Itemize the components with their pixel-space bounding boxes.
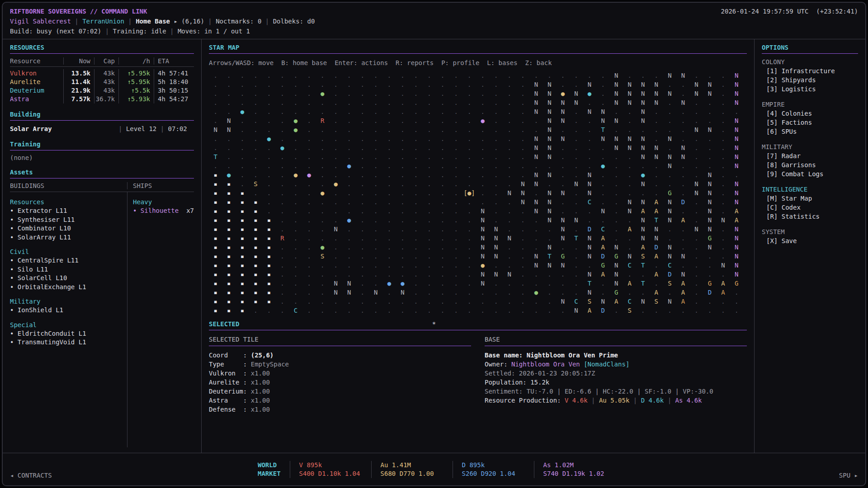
map-cell[interactable]: . xyxy=(529,225,543,234)
map-cell[interactable]: N xyxy=(609,143,623,152)
map-cell[interactable]: A xyxy=(730,206,743,216)
map-cell[interactable]: . xyxy=(316,225,329,234)
map-cell[interactable]: . xyxy=(556,270,570,279)
map-cell[interactable]: . xyxy=(356,288,369,297)
map-cell[interactable]: . xyxy=(449,234,463,243)
map-cell[interactable]: . xyxy=(409,197,423,206)
map-cell[interactable]: . xyxy=(623,107,637,116)
map-cell[interactable]: ▪ xyxy=(262,234,276,243)
map-cell[interactable]: N xyxy=(543,243,557,252)
map-cell[interactable]: . xyxy=(690,279,703,288)
map-cell[interactable]: . xyxy=(462,261,476,270)
map-cell[interactable]: G xyxy=(703,234,717,243)
map-cell[interactable]: A xyxy=(623,225,637,234)
map-cell[interactable]: . xyxy=(302,71,316,80)
map-cell[interactable]: N xyxy=(529,89,543,98)
map-cell[interactable]: . xyxy=(476,143,490,152)
map-cell[interactable]: . xyxy=(583,71,596,80)
map-cell[interactable]: . xyxy=(262,116,276,125)
map-cell[interactable]: . xyxy=(423,234,436,243)
map-cell[interactable]: A xyxy=(676,279,690,288)
map-cell[interactable]: . xyxy=(423,288,436,297)
map-cell[interactable]: . xyxy=(462,152,476,161)
map-cell[interactable]: . xyxy=(556,179,570,188)
map-cell[interactable]: ● xyxy=(262,134,276,143)
map-cell[interactable]: . xyxy=(436,243,449,252)
map-cell[interactable]: ▪ xyxy=(249,243,263,252)
map-cell[interactable]: N xyxy=(396,288,410,297)
map-cell[interactable]: N xyxy=(489,243,503,252)
map-cell[interactable]: . xyxy=(249,116,263,125)
map-cell[interactable]: . xyxy=(302,216,316,225)
map-cell[interactable]: . xyxy=(596,89,610,98)
menu-item[interactable]: [7] Radar xyxy=(762,151,858,160)
map-cell[interactable]: . xyxy=(356,206,369,216)
map-cell[interactable]: N xyxy=(369,288,383,297)
map-cell[interactable]: . xyxy=(302,80,316,89)
map-cell[interactable]: . xyxy=(316,306,329,315)
map-cell[interactable]: N xyxy=(730,116,743,125)
map-cell[interactable]: . xyxy=(516,116,530,125)
map-cell[interactable]: . xyxy=(583,116,596,125)
map-cell[interactable]: . xyxy=(596,143,610,152)
map-cell[interactable]: N xyxy=(476,279,490,288)
map-cell[interactable]: . xyxy=(356,143,369,152)
map-cell[interactable]: . xyxy=(436,89,449,98)
map-cell[interactable]: . xyxy=(476,98,490,107)
map-cell[interactable]: . xyxy=(342,188,356,197)
map-cell[interactable]: . xyxy=(462,116,476,125)
map-cell[interactable]: . xyxy=(276,197,289,206)
map-cell[interactable]: . xyxy=(289,206,302,216)
map-cell[interactable]: . xyxy=(356,197,369,206)
map-cell[interactable]: . xyxy=(476,188,490,197)
map-cell[interactable]: A xyxy=(583,306,596,315)
map-cell[interactable]: N xyxy=(476,216,490,225)
map-cell[interactable]: . xyxy=(663,170,677,179)
map-cell[interactable]: N xyxy=(503,188,516,197)
map-cell[interactable]: ▪ xyxy=(209,270,222,279)
map-cell[interactable]: D xyxy=(703,288,717,297)
map-cell[interactable]: . xyxy=(717,116,730,125)
map-cell[interactable]: . xyxy=(329,306,343,315)
map-cell[interactable]: N xyxy=(583,270,596,279)
map-cell[interactable]: . xyxy=(503,116,516,125)
map-cell[interactable]: ▪ xyxy=(249,261,263,270)
map-cell[interactable]: . xyxy=(423,116,436,125)
map-cell[interactable]: . xyxy=(329,143,343,152)
map-cell[interactable]: T xyxy=(637,279,650,288)
map-cell[interactable]: . xyxy=(703,161,717,170)
map-cell[interactable]: N xyxy=(730,134,743,143)
map-cell[interactable]: N xyxy=(489,252,503,261)
map-cell[interactable]: N xyxy=(596,116,610,125)
map-cell[interactable]: N xyxy=(556,234,570,243)
map-cell[interactable]: . xyxy=(262,306,276,315)
map-cell[interactable]: . xyxy=(637,270,650,279)
map-cell[interactable]: . xyxy=(570,134,583,143)
map-cell[interactable]: N xyxy=(570,179,583,188)
map-cell[interactable]: . xyxy=(302,152,316,161)
map-cell[interactable]: . xyxy=(503,261,516,270)
map-cell[interactable]: . xyxy=(676,170,690,179)
map-cell[interactable]: A xyxy=(596,234,610,243)
map-cell[interactable]: . xyxy=(717,243,730,252)
map-cell[interactable]: D xyxy=(596,252,610,261)
map-cell[interactable]: . xyxy=(316,161,329,170)
map-cell[interactable]: A xyxy=(717,288,730,297)
map-cell[interactable]: . xyxy=(570,252,583,261)
map-cell[interactable]: . xyxy=(690,288,703,297)
map-cell[interactable]: ▪ xyxy=(222,270,236,279)
map-cell[interactable]: . xyxy=(409,216,423,225)
map-cell[interactable]: ▪ xyxy=(236,188,249,197)
map-cell[interactable]: . xyxy=(623,125,637,134)
map-cell[interactable]: . xyxy=(302,98,316,107)
map-cell[interactable]: . xyxy=(543,306,557,315)
map-cell[interactable]: N xyxy=(717,216,730,225)
map-cell[interactable]: N xyxy=(703,243,717,252)
map-cell[interactable]: . xyxy=(703,107,717,116)
map-cell[interactable]: N xyxy=(637,216,650,225)
map-cell[interactable]: . xyxy=(409,225,423,234)
map-cell[interactable]: . xyxy=(730,107,743,116)
map-cell[interactable]: A xyxy=(609,297,623,306)
map-cell[interactable]: . xyxy=(462,206,476,216)
map-cell[interactable]: . xyxy=(637,71,650,80)
